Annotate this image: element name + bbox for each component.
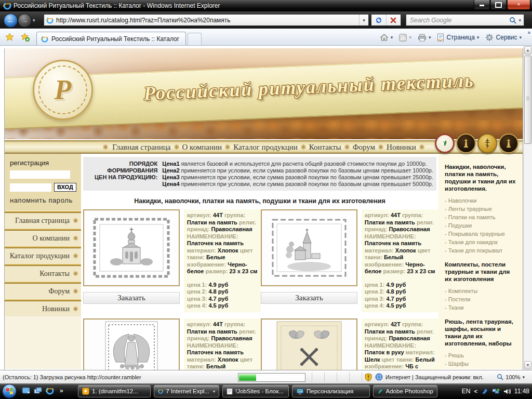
password-field[interactable]: [10, 183, 51, 192]
product-image[interactable]: [83, 209, 180, 286]
volume-icon[interactable]: [503, 388, 511, 395]
nav-item[interactable]: Главная страница: [109, 143, 179, 152]
nav-link[interactable]: Главная страница: [112, 143, 170, 152]
nav-link[interactable]: Новинки: [387, 143, 416, 152]
print-button[interactable]: ▾: [416, 33, 433, 43]
award-medallion-icon[interactable]: [477, 134, 497, 153]
sidebar-menu-item[interactable]: О компании: [5, 231, 81, 246]
search-box[interactable]: Search Google ▾: [406, 14, 524, 26]
registration-label[interactable]: регистрация: [10, 159, 76, 167]
category-link[interactable]: Покрывала траурные: [445, 230, 516, 238]
language-indicator[interactable]: EN: [462, 388, 471, 395]
flower-bullet-icon: [73, 271, 78, 276]
sidebar-menu-item[interactable]: Новинки: [5, 301, 81, 316]
order-button[interactable]: Заказать: [83, 292, 180, 304]
scrollbar-thumb[interactable]: [524, 56, 531, 144]
sidebar-menu-item[interactable]: Форум: [5, 284, 81, 299]
feeds-button[interactable]: ▾: [397, 33, 414, 43]
scroll-up-button[interactable]: ▲: [524, 46, 531, 55]
category-link[interactable]: Рюшь: [445, 351, 516, 360]
network-icon[interactable]: [492, 388, 500, 395]
award-medallion-icon[interactable]: [435, 134, 455, 153]
category-link[interactable]: Ленты траурные: [445, 205, 516, 213]
maximize-button[interactable]: [490, 0, 507, 10]
taskbar-button-personalization[interactable]: Персонализация: [292, 385, 370, 397]
refresh-icon: [375, 17, 382, 24]
category-link[interactable]: Ткани для накидок: [445, 238, 516, 246]
show-desktop-icon[interactable]: [22, 387, 30, 394]
print-caret-icon[interactable]: ▾: [429, 35, 431, 40]
nav-item[interactable]: Форум: [350, 143, 383, 152]
taskbar-button-winamp[interactable]: 1. (dinamitfm12...: [78, 385, 151, 397]
scroll-down-button[interactable]: ▼: [524, 361, 531, 369]
nav-item[interactable]: Новинки: [383, 143, 424, 152]
address-dropdown-button[interactable]: ▾: [359, 15, 368, 25]
forward-button[interactable]: →: [18, 14, 32, 28]
maximize-icon: [495, 2, 502, 8]
product-image[interactable]: [83, 318, 180, 370]
command-overflow-chevron-icon[interactable]: »: [527, 30, 530, 35]
switch-windows-icon[interactable]: [34, 387, 42, 394]
product-line: артикул: 44Т: [187, 321, 224, 327]
category-link[interactable]: Шарфы: [445, 360, 516, 368]
category-link[interactable]: Платки на память: [445, 213, 516, 221]
nav-link[interactable]: Каталог продукции: [233, 143, 298, 152]
home-caret-icon[interactable]: ▾: [391, 35, 393, 40]
zoom-control[interactable]: 100% ▾: [497, 374, 525, 380]
category-link[interactable]: Ткани: [445, 303, 516, 312]
nav-link[interactable]: Контакты: [309, 143, 341, 152]
category-link[interactable]: Постели: [445, 295, 516, 303]
product-image[interactable]: [261, 318, 357, 370]
tools-menu-button[interactable]: Сервис ▾: [483, 32, 524, 43]
close-button[interactable]: ×: [507, 0, 530, 10]
minimize-button[interactable]: [474, 0, 490, 10]
address-field[interactable]: http://www.rusrt.ru/catalog.html?raz=Пла…: [44, 14, 369, 26]
zoom-level: 100%: [506, 374, 520, 380]
nav-item[interactable]: Контакты: [306, 143, 350, 152]
quick-launch-chevron-icon[interactable]: »: [60, 387, 63, 394]
login-field[interactable]: [10, 170, 70, 179]
refresh-button[interactable]: [371, 15, 386, 25]
internet-explorer-icon[interactable]: [46, 387, 54, 395]
order-button[interactable]: Заказать: [261, 292, 357, 304]
award-medallion-icon[interactable]: [456, 134, 476, 153]
url-text[interactable]: http://www.rusrt.ru/catalog.html?raz=Пла…: [56, 17, 359, 24]
category-link[interactable]: Наволочки: [445, 196, 516, 205]
nav-item[interactable]: О компании: [179, 143, 231, 152]
favorites-star-icon[interactable]: [5, 33, 14, 42]
sidebar-menu-item[interactable]: Контакты: [5, 266, 81, 281]
taskbar-button-ie-group[interactable]: 7 Internet Expl... ▾: [154, 385, 219, 397]
stop-button[interactable]: [386, 15, 401, 25]
clock[interactable]: 11:48: [514, 388, 529, 395]
category-link[interactable]: Ткани для покрывал: [445, 246, 516, 255]
back-button[interactable]: ←: [4, 14, 18, 28]
sidebar-menu-item[interactable]: Главная страница: [5, 213, 81, 228]
start-button[interactable]: [2, 384, 17, 398]
remind-password-link[interactable]: напомнить пароль: [10, 196, 76, 204]
nav-item[interactable]: Каталог продукции: [230, 143, 306, 152]
window-title: Российский Ритуальный Текстиль :: Катало…: [14, 2, 220, 9]
login-button[interactable]: ВХОД: [54, 183, 76, 192]
new-tab-stub[interactable]: [188, 33, 202, 45]
tab-catalog[interactable]: Российский Ритуальный Текстиль :: Катало…: [36, 32, 186, 45]
taskbar-button-photoshop[interactable]: Adobe Photoshop: [373, 385, 437, 397]
security-zone-text[interactable]: Интернет | Защищенный режим: вкл.: [385, 374, 484, 380]
add-favorite-star-plus-icon[interactable]: [21, 33, 30, 42]
category-link[interactable]: Подушки: [445, 221, 516, 230]
search-options-caret-icon[interactable]: ▾: [518, 18, 521, 23]
nav-link[interactable]: Форум: [353, 143, 375, 152]
bluetooth-device-icon[interactable]: [481, 388, 488, 395]
product-image[interactable]: [261, 209, 357, 286]
taskbar-button-notepad[interactable]: !JobSites - Блок...: [222, 385, 289, 397]
home-button[interactable]: ▾: [378, 32, 395, 43]
zoom-caret-icon[interactable]: ▾: [522, 375, 525, 380]
sidebar-menu-item[interactable]: Каталог продукции: [5, 248, 81, 263]
tray-chevron-icon[interactable]: <: [474, 388, 477, 394]
page-menu-button[interactable]: Страница ▾: [435, 32, 481, 43]
history-caret-icon[interactable]: ▾: [33, 18, 35, 23]
category-link[interactable]: Комплекты: [445, 287, 516, 295]
nav-link[interactable]: О компании: [182, 143, 222, 152]
search-icon[interactable]: [509, 17, 516, 24]
vertical-scrollbar[interactable]: ▲ ▼: [523, 46, 532, 370]
award-medallion-icon[interactable]: [499, 134, 518, 153]
